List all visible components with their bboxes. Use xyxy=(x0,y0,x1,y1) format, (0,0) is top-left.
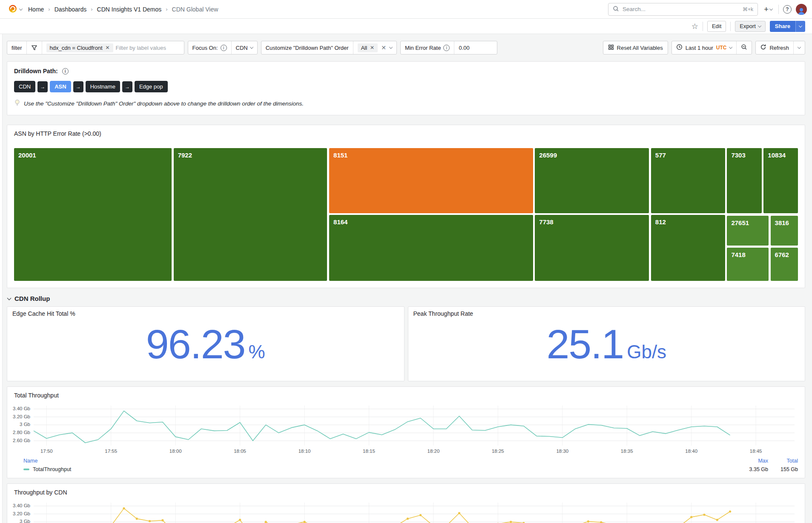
legend-name-header[interactable]: Name xyxy=(12,458,730,464)
throughput-by-cdn-chart[interactable]: 2.60 Gb2.80 Gb3 Gb3.20 Gb3.40 Gb17:5017:… xyxy=(12,499,800,523)
treemap-block-8151[interactable]: 8151 xyxy=(329,148,533,213)
drilldown-step-hostname[interactable]: Hostname xyxy=(86,81,120,92)
series-color-swatch xyxy=(23,469,29,470)
x-axis-tick: 18:05 xyxy=(230,449,250,454)
close-icon[interactable]: ✕ xyxy=(370,45,374,51)
breadcrumb-separator: › xyxy=(166,6,167,12)
user-avatar[interactable] xyxy=(796,4,807,15)
grafana-home-button[interactable] xyxy=(5,3,25,15)
reset-all-variables-button[interactable]: Reset All Variables xyxy=(603,41,668,54)
legend-total-header[interactable]: Total xyxy=(768,458,798,464)
drilldown-step-edge-pop[interactable]: Edge pop xyxy=(135,81,168,92)
drilldown-path-panel: Drilldown Path: i CDN→ASN→Hostname→Edge … xyxy=(7,61,805,115)
focus-on-value: CDN xyxy=(236,45,248,51)
info-icon[interactable]: i xyxy=(443,45,450,51)
star-icon[interactable]: ☆ xyxy=(691,23,698,30)
legend-max-value: 3.35 Gb xyxy=(730,466,768,472)
total-throughput-chart[interactable]: 2.60 Gb2.80 Gb3 Gb3.20 Gb3.40 Gb17:5017:… xyxy=(12,402,800,455)
top-navigation: Home›Dashboards›CDN Insights V1 Demos›CD… xyxy=(0,0,812,19)
y-axis-tick: 2.80 Gb xyxy=(12,430,30,435)
treemap-block-20001[interactable]: 20001 xyxy=(14,148,172,281)
total-throughput-panel: Total Throughput 2.60 Gb2.80 Gb3 Gb3.20 … xyxy=(7,386,805,478)
breadcrumb-item[interactable]: Home xyxy=(28,6,44,13)
treemap-block-3816[interactable]: 3816 xyxy=(771,216,798,246)
arrow-right-icon: → xyxy=(37,81,48,92)
throughput-by-cdn-panel: Throughput by CDN 2.60 Gb2.80 Gb3 Gb3.20… xyxy=(7,483,805,523)
treemap-block-8164[interactable]: 8164 xyxy=(329,215,533,281)
chevron-down-icon xyxy=(389,45,393,49)
legend-max-header[interactable]: Max xyxy=(730,458,768,464)
treemap-block-7303[interactable]: 7303 xyxy=(727,148,762,213)
breadcrumb-item[interactable]: Dashboards xyxy=(55,6,87,13)
min-error-rate-group: Min Error Rate i xyxy=(400,41,498,54)
x-axis-tick: 18:15 xyxy=(359,449,379,454)
x-axis-tick: 18:25 xyxy=(488,449,508,454)
breadcrumb-item[interactable]: CDN Insights V1 Demos xyxy=(97,6,162,13)
export-label: Export xyxy=(740,23,756,29)
time-picker-group: Last 1 hour UTC xyxy=(671,41,752,54)
drilldown-step-cdn[interactable]: CDN xyxy=(14,81,35,92)
y-axis-tick: 2.60 Gb xyxy=(12,438,30,443)
stat-unit: % xyxy=(249,341,265,363)
asn-treemap-panel: ASN by HTTP Error Rate (>0.00) 200017922… xyxy=(7,125,805,288)
search-icon xyxy=(613,6,619,13)
treemap-block-6762[interactable]: 6762 xyxy=(771,248,798,281)
min-error-rate-input[interactable] xyxy=(459,45,493,51)
info-icon[interactable]: i xyxy=(221,45,227,51)
help-button[interactable]: ? xyxy=(783,5,792,14)
breadcrumb-item[interactable]: CDN Global View xyxy=(172,6,218,13)
close-icon[interactable]: ✕ xyxy=(106,45,110,51)
search-input-container[interactable]: ⌘+k xyxy=(608,3,758,16)
chevron-down-icon xyxy=(250,45,253,49)
lightbulb-icon xyxy=(14,99,20,108)
treemap-block-label: 7738 xyxy=(539,218,553,226)
export-button[interactable]: Export xyxy=(735,21,766,32)
treemap-block-812[interactable]: 812 xyxy=(651,215,725,281)
treemap-block-label: 8151 xyxy=(333,151,347,159)
info-icon[interactable]: i xyxy=(62,68,69,74)
refresh-button[interactable]: Refresh xyxy=(756,41,793,54)
zoom-out-time-button[interactable] xyxy=(736,41,752,54)
treemap-block-7418[interactable]: 7418 xyxy=(727,248,769,281)
breadcrumb-separator: › xyxy=(48,6,50,12)
drilldown-order-chip[interactable]: All ✕ xyxy=(358,43,378,52)
treemap-block-7922[interactable]: 7922 xyxy=(174,148,327,281)
legend-total-value: 155 Gb xyxy=(768,466,798,472)
filter-variable-group: filter hdx_cdn = Cloudfront ✕ xyxy=(7,41,184,54)
time-range-picker[interactable]: Last 1 hour UTC xyxy=(672,41,737,54)
grid-icon xyxy=(608,44,614,51)
legend-series-name[interactable]: TotalThroughput xyxy=(33,466,71,472)
treemap-block-27651[interactable]: 27651 xyxy=(727,216,769,246)
customize-drilldown-select[interactable]: All ✕ ✕ xyxy=(353,41,396,54)
drilldown-steps: CDN→ASN→Hostname→Edge pop xyxy=(14,81,798,92)
x-axis-tick: 18:10 xyxy=(294,449,315,454)
treemap-block-10834[interactable]: 10834 xyxy=(763,148,798,213)
drilldown-path-title: Drilldown Path: xyxy=(14,68,58,74)
chart-panel-title: Throughput by CDN xyxy=(14,489,800,496)
search-shortcut: ⌘+k xyxy=(743,6,753,12)
cdn-rollup-section-toggle[interactable]: CDN Rollup xyxy=(8,295,805,302)
edit-button[interactable]: Edit xyxy=(707,21,726,32)
share-button[interactable]: Share xyxy=(770,21,795,32)
share-dropdown-button[interactable] xyxy=(795,21,805,32)
treemap-block-label: 7418 xyxy=(731,251,745,258)
new-menu-button[interactable]: + xyxy=(762,4,774,14)
treemap-block-label: 20001 xyxy=(18,151,36,159)
label-values-input[interactable] xyxy=(116,45,180,51)
refresh-label: Refresh xyxy=(769,45,789,51)
treemap-block-label: 8164 xyxy=(333,218,347,226)
treemap-block-26599[interactable]: 26599 xyxy=(535,148,649,213)
chevron-down-icon xyxy=(7,296,11,300)
search-input[interactable] xyxy=(623,6,739,12)
refresh-button-group: Refresh xyxy=(755,41,805,54)
chart-legend: Name Max Total TotalThroughput 3.35 Gb 1… xyxy=(12,457,800,474)
treemap-block-7738[interactable]: 7738 xyxy=(535,215,649,281)
refresh-interval-dropdown[interactable] xyxy=(793,41,805,54)
drilldown-step-asn[interactable]: ASN xyxy=(50,81,71,92)
focus-on-label-seg: Focus On: i xyxy=(188,41,231,54)
filter-chip[interactable]: hdx_cdn = Cloudfront ✕ xyxy=(46,43,113,52)
treemap-block-577[interactable]: 577 xyxy=(651,148,725,213)
clock-icon xyxy=(676,44,683,51)
clear-icon[interactable]: ✕ xyxy=(380,44,387,51)
focus-on-select[interactable]: CDN xyxy=(231,41,257,54)
